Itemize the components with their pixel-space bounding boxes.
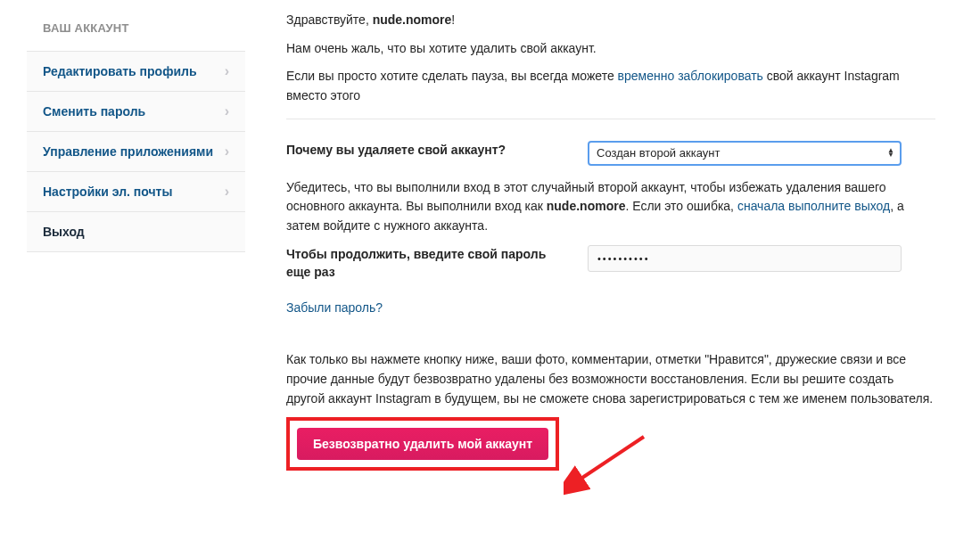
temporary-disable-link[interactable]: временно заблокировать	[618, 69, 763, 83]
username: nude.nomore	[373, 12, 452, 27]
greeting-prefix: Здравствуйте,	[286, 12, 373, 27]
sidebar-item-label: Сменить пароль	[43, 104, 145, 119]
select-arrows-icon: ▲▼	[887, 149, 894, 158]
sidebar-item-email-settings[interactable]: Настройки эл. почты ›	[27, 172, 245, 212]
sidebar-header: ВАШ АККАУНТ	[27, 9, 245, 51]
delete-highlight-box: Безвозвратно удалить мой аккаунт	[286, 417, 559, 471]
reason-select[interactable]: Создан второй аккаунт ▲▼	[588, 141, 902, 166]
sidebar: ВАШ АККАУНТ Редактировать профиль › Смен…	[0, 0, 245, 533]
verify-text: Убедитесь, что вы выполнили вход в этот …	[286, 178, 935, 236]
logout-first-link[interactable]: сначала выполните выход	[737, 199, 890, 213]
sorry-text: Нам очень жаль, что вы хотите удалить св…	[286, 39, 935, 59]
main-content: Здравствуйте, nude.nomore! Нам очень жал…	[245, 0, 980, 533]
sidebar-item-change-password[interactable]: Сменить пароль ›	[27, 92, 245, 132]
verify-middle: . Если это ошибка,	[625, 199, 737, 213]
greeting-suffix: !	[451, 12, 455, 27]
sidebar-item-label: Редактировать профиль	[43, 64, 197, 78]
sidebar-item-label: Выход	[43, 225, 85, 239]
forgot-password-link[interactable]: Забыли пароль?	[286, 300, 383, 315]
chevron-right-icon: ›	[225, 184, 229, 199]
chevron-right-icon: ›	[225, 64, 229, 78]
reason-selected-value: Создан второй аккаунт	[597, 146, 720, 160]
warning-text: Как только вы нажмете кнопку ниже, ваши …	[286, 350, 935, 408]
verify-username: nude.nomore	[547, 199, 626, 213]
page-container: ВАШ АККАУНТ Редактировать профиль › Смен…	[0, 0, 980, 533]
sidebar-item-label: Настройки эл. почты	[43, 184, 172, 199]
reason-label: Почему вы удаляете свой аккаунт?	[286, 141, 563, 159]
password-input[interactable]	[588, 245, 902, 272]
divider	[286, 119, 935, 119]
password-label: Чтобы продолжить, введите свой пароль ещ…	[286, 245, 563, 282]
sidebar-list: Редактировать профиль › Сменить пароль ›…	[27, 51, 245, 252]
sidebar-item-label: Управление приложениями	[43, 144, 213, 159]
password-row: Чтобы продолжить, введите свой пароль ещ…	[286, 245, 935, 282]
reason-row: Почему вы удаляете свой аккаунт? Создан …	[286, 141, 935, 166]
sidebar-item-edit-profile[interactable]: Редактировать профиль ›	[27, 52, 245, 92]
sidebar-item-logout[interactable]: Выход	[27, 212, 245, 252]
sidebar-item-manage-apps[interactable]: Управление приложениями ›	[27, 132, 245, 172]
chevron-right-icon: ›	[225, 104, 229, 119]
reason-select-wrap: Создан второй аккаунт ▲▼	[588, 141, 902, 166]
pause-prefix: Если вы просто хотите сделать пауза, вы …	[286, 69, 618, 83]
chevron-right-icon: ›	[225, 144, 229, 159]
delete-account-button[interactable]: Безвозвратно удалить мой аккаунт	[297, 428, 548, 460]
greeting-text: Здравствуйте, nude.nomore!	[286, 11, 935, 30]
pause-text: Если вы просто хотите сделать пауза, вы …	[286, 67, 935, 105]
